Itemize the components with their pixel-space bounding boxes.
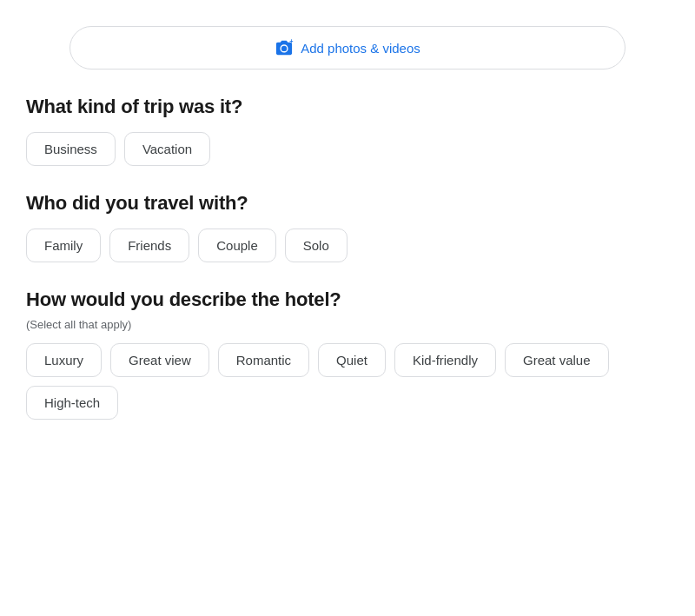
hotel-description-section: How would you describe the hotel? (Selec… [26, 288, 669, 420]
add-photos-label: Add photos & videos [301, 41, 420, 56]
svg-point-0 [281, 46, 287, 51]
camera-icon: + [275, 39, 294, 56]
option-friends[interactable]: Friends [109, 229, 189, 262]
option-family[interactable]: Family [26, 229, 101, 262]
option-great-value[interactable]: Great value [505, 343, 609, 377]
option-great-view[interactable]: Great view [110, 343, 209, 377]
hotel-description-question: How would you describe the hotel? [26, 288, 669, 311]
trip-type-section: What kind of trip was it? Business Vacat… [26, 96, 669, 166]
hotel-description-sublabel: (Select all that apply) [26, 318, 669, 331]
option-romantic[interactable]: Romantic [218, 343, 309, 377]
travel-with-question: Who did you travel with? [26, 192, 669, 215]
travel-with-options: Family Friends Couple Solo [26, 229, 669, 262]
trip-type-options: Business Vacation [26, 132, 669, 166]
option-vacation[interactable]: Vacation [124, 132, 210, 166]
option-high-tech[interactable]: High-tech [26, 386, 118, 420]
trip-type-question: What kind of trip was it? [26, 96, 669, 118]
hotel-description-options: Luxury Great view Romantic Quiet Kid-fri… [26, 343, 669, 420]
travel-with-section: Who did you travel with? Family Friends … [26, 192, 669, 262]
option-quiet[interactable]: Quiet [318, 343, 386, 377]
add-photos-button[interactable]: + Add photos & videos [70, 26, 626, 70]
option-kid-friendly[interactable]: Kid-friendly [394, 343, 496, 377]
option-business[interactable]: Business [26, 132, 116, 166]
option-luxury[interactable]: Luxury [26, 343, 102, 377]
option-couple[interactable]: Couple [198, 229, 276, 262]
svg-text:+: + [290, 39, 294, 45]
option-solo[interactable]: Solo [285, 229, 348, 262]
